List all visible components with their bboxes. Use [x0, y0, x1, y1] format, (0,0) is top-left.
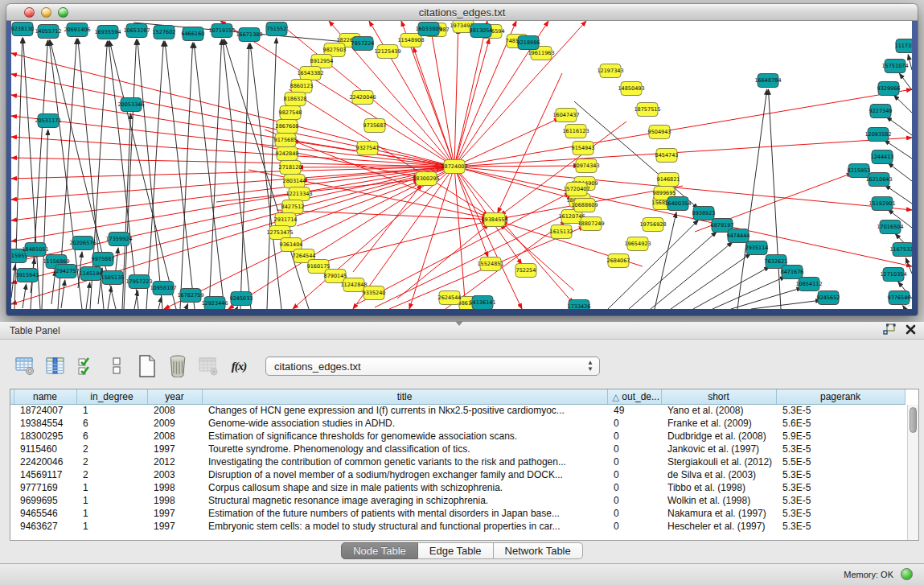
edge[interactable] [454, 167, 573, 199]
graph-node[interactable]: 1145194 [80, 267, 103, 281]
float-panel-icon[interactable] [883, 323, 896, 336]
table-cell[interactable]: Embryonic stem cells: a model to study s… [202, 520, 607, 533]
edge[interactable] [124, 39, 137, 309]
table-cell[interactable]: Structural magnetic resonance image aver… [202, 494, 607, 507]
graph-node[interactable]: 2935114 [745, 241, 769, 255]
graph-node[interactable]: 1733426 [568, 300, 591, 310]
table-cell[interactable]: Nakamura et al. (1997) [661, 507, 776, 520]
graph-node[interactable]: 9329966 [877, 82, 901, 96]
table-cell[interactable]: 1 [76, 481, 147, 494]
tab-node-table[interactable]: Node Table [341, 542, 418, 559]
graph-node[interactable]: 2931714 [274, 213, 298, 227]
row-height-button[interactable] [106, 356, 127, 377]
graph-node[interactable]: 1244413 [871, 150, 894, 164]
graph-node[interactable]: 9504943 [648, 126, 671, 139]
table-row[interactable]: 1872400712008Changes of HCN gene express… [10, 404, 905, 417]
edge[interactable] [769, 89, 781, 309]
edge[interactable] [108, 286, 112, 309]
table-cell[interactable]: 5.3E-5 [776, 481, 905, 494]
graph-node[interactable]: 16648784 [754, 74, 781, 88]
graph-node[interactable]: 18485051 [22, 243, 48, 257]
graph-node[interactable]: 12093582 [864, 128, 891, 142]
table-row[interactable]: 1830029562008Estimation of significance … [10, 430, 905, 443]
graph-node[interactable]: 11675338 [889, 243, 912, 257]
edge[interactable] [158, 297, 162, 309]
graph-node[interactable]: 14055712 [35, 25, 61, 39]
network-window-titlebar[interactable]: citations_edges.txt [6, 4, 918, 21]
column-header-pagerank[interactable]: pagerank [776, 389, 905, 404]
graph-node[interactable]: 16116123 [562, 125, 589, 138]
graph-node[interactable]: 8813054 [470, 24, 493, 38]
column-header-out_de[interactable]: △ out_de... [607, 389, 661, 404]
graph-node[interactable]: 1527602 [153, 26, 176, 39]
table-cell[interactable]: 0 [607, 417, 661, 430]
graph-node[interactable]: 9474444 [727, 229, 750, 243]
graph-node[interactable]: 10653287 [123, 24, 150, 38]
graph-node[interactable]: 9242848 [276, 147, 299, 161]
graph-node[interactable]: 9975887 [92, 253, 115, 266]
column-header-name[interactable]: name [14, 389, 76, 404]
table-cell[interactable]: 5.3E-5 [776, 404, 905, 417]
edge[interactable] [11, 167, 454, 304]
graph-node[interactable]: 20053346 [117, 98, 144, 112]
edge[interactable] [693, 266, 770, 309]
edge[interactable] [908, 55, 912, 70]
graph-node[interactable]: 8427512 [281, 200, 305, 214]
table-cell[interactable]: Tourette syndrome. Phenomenology and cla… [202, 443, 607, 455]
table-vertical-scrollbar[interactable] [907, 405, 918, 540]
table-cell[interactable]: 5.3E-5 [776, 443, 905, 455]
table-settings-button[interactable] [14, 356, 35, 377]
table-cell[interactable]: 1 [76, 507, 147, 520]
graph-node[interactable]: 2684067 [607, 254, 630, 268]
table-row[interactable]: 969969511998Structural magnetic resonanc… [10, 494, 905, 507]
table-cell[interactable]: 22420046 [14, 455, 76, 468]
table-cell[interactable]: 14569117 [14, 468, 76, 481]
table-cell[interactable]: 5.3E-5 [776, 520, 905, 533]
table-cell[interactable]: Jankovic et al. (1997) [661, 443, 776, 455]
table-row[interactable]: 977716911998Corpus callosum shape and si… [10, 481, 905, 494]
table-row[interactable]: 946362711997Embryonic stem cells: a mode… [10, 520, 905, 533]
edge[interactable] [86, 282, 90, 309]
graph-node[interactable]: 8471676 [781, 266, 804, 279]
graph-node[interactable]: 9238130 [11, 23, 34, 36]
table-cell[interactable]: 2008 [147, 430, 202, 443]
table-cell[interactable]: Genome-wide association studies in ADHD. [202, 417, 607, 430]
edge[interactable] [454, 138, 912, 167]
table-cell[interactable]: 0 [607, 481, 661, 494]
graph-node[interactable]: 19654923 [624, 237, 651, 251]
table-cell[interactable]: 9465546 [14, 507, 76, 520]
graph-node[interactable]: 1505135 [101, 271, 125, 285]
table-cell[interactable]: Tibbo et al. (1998) [661, 481, 776, 494]
graph-node[interactable]: 1615132 [550, 225, 573, 239]
graph-node[interactable]: 15192901 [869, 197, 895, 211]
graph-node[interactable]: 16033809 [415, 23, 441, 36]
graph-node[interactable]: 17957223 [125, 275, 152, 289]
graph-node[interactable]: 18807249 [577, 217, 604, 231]
table-cell[interactable]: 0 [607, 468, 661, 481]
table-cell[interactable]: 9777169 [14, 481, 76, 494]
edge[interactable] [375, 208, 578, 307]
table-row[interactable]: 1456911722003Disruption of a novel membe… [10, 468, 905, 481]
graph-node[interactable]: 2624544 [438, 291, 462, 305]
edge[interactable] [186, 303, 188, 309]
graph-node[interactable]: 12710354 [880, 268, 906, 282]
edge[interactable] [267, 38, 277, 309]
graph-node[interactable]: 16210643 [865, 173, 892, 187]
edge[interactable] [250, 43, 281, 309]
edge[interactable] [454, 167, 912, 266]
table-cell[interactable]: 5.3E-5 [776, 494, 905, 507]
graph-node[interactable]: 16782759 [177, 289, 203, 303]
graph-node[interactable]: 10974343 [573, 159, 599, 173]
graph-node[interactable]: 10688609 [571, 199, 598, 212]
table-cell[interactable]: 9699695 [14, 494, 76, 507]
table-cell[interactable]: 1997 [147, 520, 202, 533]
graph-node[interactable]: 19756928 [639, 218, 666, 232]
panel-collapse-handle[interactable] [455, 321, 463, 326]
edge[interactable] [751, 300, 821, 309]
table-cell[interactable]: 6 [76, 430, 147, 443]
graph-node[interactable]: 3915941 [16, 269, 39, 282]
table-cell[interactable]: Changes of HCN gene expression and I(f) … [202, 404, 607, 417]
graph-node[interactable]: 10654112 [795, 278, 822, 291]
close-panel-icon[interactable] [906, 324, 916, 335]
graph-node[interactable]: 12942757 [52, 265, 79, 278]
